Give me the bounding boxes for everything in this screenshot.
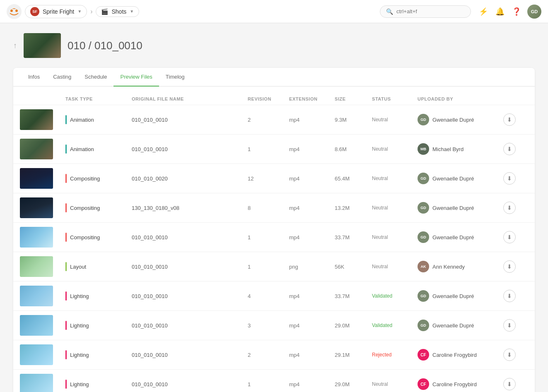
cell-thumbnail[interactable] [20,256,65,277]
lightning-icon[interactable]: ⚡ [478,6,489,17]
shot-thumbnail [24,33,61,58]
cell-filename: 010_010_0010 [132,381,248,387]
task-color-bar [65,380,67,389]
help-icon[interactable]: ❓ [511,6,522,17]
shots-label: Shots [111,8,126,15]
cell-size: 9.3M [335,117,372,123]
shots-icon: 🎬 [101,8,108,15]
table-row: Compositing 130_130_0180_v08 8 mp4 13.2M… [13,193,535,222]
project-name: Sprite Fright [43,8,74,15]
cell-tasktype: Layout [65,262,132,271]
uploader-avatar: CF [418,378,429,390]
tab-schedule[interactable]: Schedule [78,68,113,87]
preview-files-table: TASK TYPE ORIGINAL FILE NAME REVISION EX… [13,87,535,392]
cell-download[interactable]: ⬇ [503,231,528,243]
task-color-bar [65,350,67,359]
shots-selector[interactable]: 🎬 Shots ▼ [96,6,139,17]
cell-extension: mp4 [289,205,335,211]
uploader-avatar: GD [418,114,429,125]
cell-revision: 12 [248,176,289,182]
download-button[interactable]: ⬇ [503,143,516,155]
cell-status: Neutral [372,381,418,387]
download-button[interactable]: ⬇ [503,290,516,302]
cell-uploader: GD Gwenaelle Dupré [418,173,503,184]
uploader-avatar: CF [418,349,429,361]
cell-revision: 1 [248,146,289,152]
task-type-label: Compositing [70,176,100,182]
cell-filename: 010_010_0010 [132,117,248,123]
cell-download[interactable]: ⬇ [503,172,528,185]
table-row: Lighting 010_010_0010 4 mp4 33.7M Valida… [13,281,535,310]
tab-casting[interactable]: Casting [46,68,78,87]
uploader-name: Gwenaelle Dupré [432,117,474,123]
cell-status: Neutral [372,205,418,211]
cell-tasktype: Compositing [65,233,132,242]
cell-revision: 2 [248,117,289,123]
cell-thumbnail[interactable] [20,109,65,130]
download-button[interactable]: ⬇ [503,231,516,243]
task-color-bar [65,174,67,183]
download-button[interactable]: ⬇ [503,172,516,185]
cell-size: 33.7M [335,293,372,299]
cell-download[interactable]: ⬇ [503,143,528,155]
cell-tasktype: Animation [65,144,132,154]
download-button[interactable]: ⬇ [503,202,516,214]
tabs-header: Infos Casting Schedule Preview Files Tim… [13,68,535,87]
notification-icon[interactable]: 🔔 [494,6,506,17]
cell-thumbnail[interactable] [20,139,65,159]
task-type-label: Lighting [70,293,89,299]
cell-thumbnail[interactable] [20,286,65,306]
uploader-name: Gwenaelle Dupré [432,234,474,240]
cell-download[interactable]: ⬇ [503,202,528,214]
cell-revision: 4 [248,293,289,299]
tab-timelog[interactable]: Timelog [159,68,191,87]
cell-uploader: MB Michael Byrd [418,143,503,155]
download-button[interactable]: ⬇ [503,378,516,390]
cell-revision: 1 [248,381,289,387]
cell-thumbnail[interactable] [20,315,65,336]
col-size: SIZE [335,96,372,101]
project-icon: SF [30,7,39,16]
search-box[interactable]: 🔍 [380,5,471,18]
cell-thumbnail[interactable] [20,344,65,365]
cell-thumbnail[interactable] [20,168,65,189]
download-button[interactable]: ⬇ [503,319,516,332]
col-filename: ORIGINAL FILE NAME [132,96,248,101]
cell-filename: 010_010_0010 [132,264,248,270]
search-icon: 🔍 [386,8,393,15]
back-button[interactable]: ↑ [13,41,17,50]
cell-download[interactable]: ⬇ [503,378,528,390]
download-button[interactable]: ⬇ [503,113,516,126]
user-avatar[interactable]: GD [527,5,541,19]
cell-extension: mp4 [289,234,335,240]
cell-extension: mp4 [289,293,335,299]
col-thumb [20,96,65,101]
cell-download[interactable]: ⬇ [503,319,528,332]
svg-point-2 [15,10,18,12]
table-row: Layout 010_010_0010 1 png 56K Neutral AK… [13,252,535,281]
col-revision: REVISION [248,96,289,101]
cell-thumbnail[interactable] [20,227,65,248]
download-button[interactable]: ⬇ [503,349,516,361]
svg-point-1 [10,10,13,12]
top-navigation: SF Sprite Fright ▼ › 🎬 Shots ▼ 🔍 ⚡ 🔔 ❓ G… [0,0,548,23]
cell-download[interactable]: ⬇ [503,260,528,273]
cell-download[interactable]: ⬇ [503,290,528,302]
task-type-label: Lighting [70,352,89,358]
tab-infos[interactable]: Infos [22,68,46,87]
tab-preview-files[interactable]: Preview Files [113,68,159,87]
app-logo[interactable] [7,4,22,19]
cell-uploader: CF Caroline Frogybird [418,378,503,390]
cell-thumbnail[interactable] [20,197,65,218]
search-input[interactable] [396,8,459,14]
uploader-avatar: GD [418,173,429,184]
cell-download[interactable]: ⬇ [503,113,528,126]
table-row: Animation 010_010_0010 2 mp4 9.3M Neutra… [13,105,535,134]
cell-thumbnail[interactable] [20,374,65,392]
project-selector[interactable]: SF Sprite Fright ▼ [25,5,87,18]
col-uploader: UPLOADED BY [418,96,503,101]
cell-tasktype: Compositing [65,203,132,212]
download-button[interactable]: ⬇ [503,260,516,273]
cell-extension: mp4 [289,352,335,358]
cell-download[interactable]: ⬇ [503,349,528,361]
